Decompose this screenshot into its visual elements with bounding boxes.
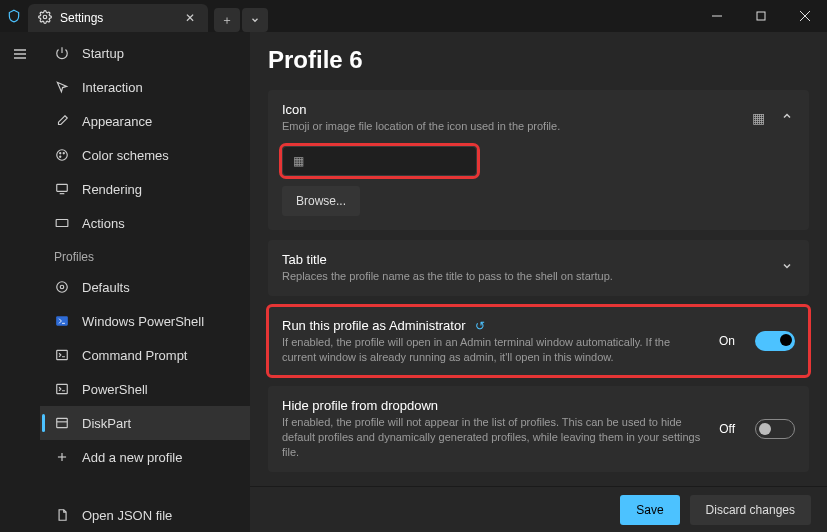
card-hide-profile-title: Hide profile from dropdown bbox=[282, 398, 705, 413]
svg-rect-22 bbox=[57, 384, 68, 393]
sidebar-item-windows-powershell[interactable]: Windows PowerShell bbox=[40, 304, 250, 338]
sidebar-item-label: DiskPart bbox=[82, 416, 131, 431]
sidebar-item-powershell[interactable]: PowerShell bbox=[40, 372, 250, 406]
new-tab-button[interactable]: ＋ bbox=[214, 8, 240, 32]
card-tab-title[interactable]: Tab title Replaces the profile name as t… bbox=[268, 240, 809, 296]
card-tab-title-title: Tab title bbox=[282, 252, 765, 267]
icon-path-input[interactable]: ▦ bbox=[282, 146, 477, 176]
sidebar-item-appearance[interactable]: Appearance bbox=[40, 104, 250, 138]
sidebar-item-rendering[interactable]: Rendering bbox=[40, 172, 250, 206]
chevron-up-icon[interactable] bbox=[779, 110, 795, 125]
card-icon: Icon Emoji or image file location of the… bbox=[268, 90, 809, 230]
card-run-as-admin-desc: If enabled, the profile will open in an … bbox=[282, 335, 705, 365]
sidebar-item-label: Actions bbox=[82, 216, 125, 231]
sidebar-item-label: Appearance bbox=[82, 114, 152, 129]
svg-rect-13 bbox=[57, 184, 68, 191]
brush-icon bbox=[54, 113, 70, 129]
cmd-icon bbox=[54, 347, 70, 363]
sidebar-item-label: Add a new profile bbox=[82, 450, 182, 465]
display-icon bbox=[54, 181, 70, 197]
powershell2-icon bbox=[54, 381, 70, 397]
hamburger-menu-button[interactable] bbox=[6, 40, 34, 68]
window-controls bbox=[695, 0, 827, 32]
tab-settings[interactable]: Settings ✕ bbox=[28, 4, 208, 32]
svg-point-0 bbox=[43, 15, 47, 19]
square-icon: ▦ bbox=[752, 110, 765, 126]
tab-title-label: Settings bbox=[60, 11, 174, 25]
card-run-as-admin-title: Run this profile as Administrator ↺ bbox=[282, 318, 705, 333]
svg-rect-15 bbox=[56, 220, 68, 227]
sidebar-item-label: Rendering bbox=[82, 182, 142, 197]
file-icon bbox=[54, 507, 70, 523]
sidebar-item-interaction[interactable]: Interaction bbox=[40, 70, 250, 104]
sidebar-item-label: PowerShell bbox=[82, 382, 148, 397]
cursor-icon bbox=[54, 79, 70, 95]
reset-icon[interactable]: ↺ bbox=[475, 319, 485, 333]
palette-icon bbox=[54, 147, 70, 163]
svg-rect-2 bbox=[757, 12, 765, 20]
disk-icon bbox=[54, 415, 70, 431]
discard-button[interactable]: Discard changes bbox=[690, 495, 811, 525]
sidebar-item-open-json[interactable]: Open JSON file bbox=[40, 498, 250, 532]
svg-point-12 bbox=[60, 156, 61, 157]
sidebar-item-label: Startup bbox=[82, 46, 124, 61]
svg-rect-21 bbox=[57, 350, 68, 359]
tab-strip: Settings ✕ ＋ bbox=[0, 0, 270, 32]
card-run-as-admin: Run this profile as Administrator ↺ If e… bbox=[268, 306, 809, 377]
shield-icon bbox=[0, 0, 28, 32]
run-as-admin-toggle[interactable] bbox=[755, 331, 795, 351]
sidebar-item-diskpart[interactable]: DiskPart bbox=[40, 406, 250, 440]
svg-point-19 bbox=[57, 282, 68, 293]
svg-point-9 bbox=[57, 150, 68, 161]
titlebar: Settings ✕ ＋ bbox=[0, 0, 827, 32]
sidebar-item-label: Color schemes bbox=[82, 148, 169, 163]
chevron-down-icon[interactable] bbox=[779, 260, 795, 275]
sidebar-item-command-prompt[interactable]: Command Prompt bbox=[40, 338, 250, 372]
hide-profile-toggle[interactable] bbox=[755, 419, 795, 439]
svg-point-11 bbox=[63, 153, 64, 154]
minimize-button[interactable] bbox=[695, 0, 739, 32]
svg-point-18 bbox=[60, 285, 64, 289]
svg-point-10 bbox=[60, 153, 61, 154]
settings-icon bbox=[54, 279, 70, 295]
sidebar-item-add-profile[interactable]: Add a new profile bbox=[40, 440, 250, 474]
toggle-state-label: Off bbox=[719, 422, 735, 436]
sidebar-item-label: Open JSON file bbox=[82, 508, 172, 523]
file-icon: ▦ bbox=[293, 154, 304, 168]
content-area: Profile 6 Icon Emoji or image file locat… bbox=[250, 32, 827, 532]
window-close-button[interactable] bbox=[783, 0, 827, 32]
card-hide-profile-desc: If enabled, the profile will not appear … bbox=[282, 415, 705, 460]
page-title: Profile 6 bbox=[268, 46, 809, 74]
sidebar-item-label: Windows PowerShell bbox=[82, 314, 204, 329]
powershell-icon bbox=[54, 313, 70, 329]
sidebar-item-defaults[interactable]: Defaults bbox=[40, 270, 250, 304]
save-button[interactable]: Save bbox=[620, 495, 679, 525]
sidebar-item-color-schemes[interactable]: Color schemes bbox=[40, 138, 250, 172]
sidebar-item-label: Defaults bbox=[82, 280, 130, 295]
sidebar: Startup Interaction Appearance Color sch… bbox=[40, 32, 250, 532]
card-icon-desc: Emoji or image file location of the icon… bbox=[282, 119, 738, 134]
card-hide-profile: Hide profile from dropdown If enabled, t… bbox=[268, 386, 809, 472]
gear-icon bbox=[38, 10, 52, 27]
plus-icon bbox=[54, 449, 70, 465]
maximize-button[interactable] bbox=[739, 0, 783, 32]
card-tab-title-desc: Replaces the profile name as the title t… bbox=[282, 269, 765, 284]
sidebar-item-label: Command Prompt bbox=[82, 348, 187, 363]
tab-close-button[interactable]: ✕ bbox=[182, 11, 198, 25]
sidebar-item-label: Interaction bbox=[82, 80, 143, 95]
keyboard-icon bbox=[54, 215, 70, 231]
sidebar-section-profiles: Profiles bbox=[40, 240, 250, 270]
browse-button[interactable]: Browse... bbox=[282, 186, 360, 216]
sidebar-item-actions[interactable]: Actions bbox=[40, 206, 250, 240]
svg-rect-23 bbox=[57, 418, 68, 427]
toggle-state-label: On bbox=[719, 334, 735, 348]
tab-dropdown-button[interactable] bbox=[242, 8, 268, 32]
card-icon-title: Icon bbox=[282, 102, 738, 117]
power-icon bbox=[54, 45, 70, 61]
footer: Save Discard changes bbox=[250, 486, 827, 532]
sidebar-item-startup[interactable]: Startup bbox=[40, 36, 250, 70]
